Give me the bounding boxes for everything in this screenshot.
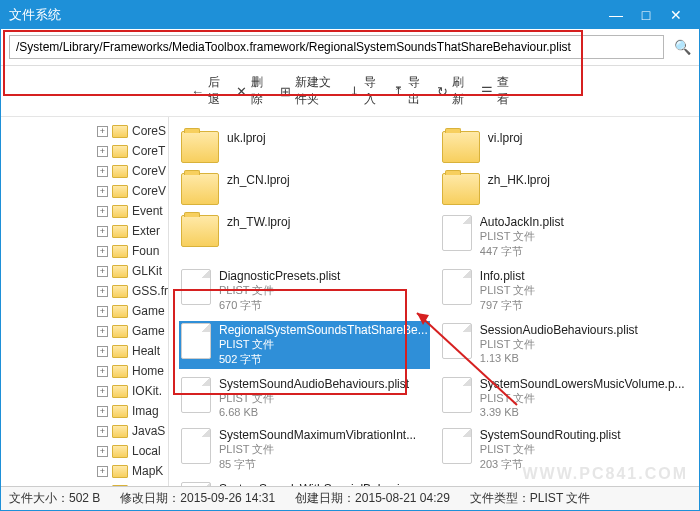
file-icon: [181, 377, 211, 413]
file-item[interactable]: SystemSoundsWithSpecialBehaviour...PLIST…: [179, 480, 430, 486]
expand-icon[interactable]: +: [97, 326, 108, 337]
file-icon: [181, 482, 211, 486]
view-button[interactable]: ☰查看: [481, 74, 509, 108]
tree-item[interactable]: +Healt: [1, 341, 168, 361]
path-bar: 🔍: [1, 29, 699, 66]
folder-icon: [112, 145, 128, 158]
item-name: DiagnosticPresets.plist: [219, 269, 428, 283]
newfolder-icon: ⊞: [280, 84, 291, 99]
expand-icon[interactable]: +: [97, 366, 108, 377]
tree-item-label: Home: [132, 364, 164, 378]
tree-item[interactable]: +CoreV: [1, 181, 168, 201]
tree-item-label: Game: [132, 324, 165, 338]
search-icon[interactable]: 🔍: [674, 39, 691, 55]
folder-item[interactable]: uk.lproj: [179, 129, 430, 165]
expand-icon[interactable]: +: [97, 126, 108, 137]
tree-item[interactable]: +Exter: [1, 221, 168, 241]
folder-icon: [112, 345, 128, 358]
folder-icon: [112, 365, 128, 378]
item-type: PLIST 文件: [480, 283, 687, 298]
file-item[interactable]: Info.plistPLIST 文件797 字节: [440, 267, 689, 315]
file-icon: [442, 377, 472, 413]
expand-icon[interactable]: +: [97, 286, 108, 297]
expand-icon[interactable]: +: [97, 166, 108, 177]
file-item[interactable]: AutoJackIn.plistPLIST 文件447 字节: [440, 213, 689, 261]
expand-icon[interactable]: +: [97, 466, 108, 477]
file-list: uk.lprojvi.lprojzh_CN.lprojzh_HK.lprojzh…: [169, 117, 699, 486]
tree-item[interactable]: +Game: [1, 321, 168, 341]
item-name: RegionalSystemSoundsThatShareBe...: [219, 323, 428, 337]
item-size: 6.68 KB: [219, 406, 428, 418]
tree-item[interactable]: +Imag: [1, 401, 168, 421]
tree-item[interactable]: +GLKit: [1, 261, 168, 281]
expand-icon[interactable]: +: [97, 246, 108, 257]
folder-item[interactable]: zh_HK.lproj: [440, 171, 689, 207]
file-item[interactable]: RegionalSystemSoundsThatShareBe...PLIST …: [179, 321, 430, 369]
item-name: uk.lproj: [227, 131, 428, 145]
expand-icon[interactable]: +: [97, 446, 108, 457]
tree-item[interactable]: +Game: [1, 301, 168, 321]
item-type: PLIST 文件: [480, 229, 687, 244]
folder-item[interactable]: zh_TW.lproj: [179, 213, 430, 261]
expand-icon[interactable]: +: [97, 226, 108, 237]
close-button[interactable]: ✕: [661, 7, 691, 23]
item-name: SystemSoundMaximumVibrationInt...: [219, 428, 428, 442]
file-item[interactable]: SystemSoundAudioBehaviours.plistPLIST 文件…: [179, 375, 430, 420]
expand-icon[interactable]: +: [97, 206, 108, 217]
delete-button[interactable]: ✕删除: [236, 74, 264, 108]
tree-item[interactable]: +CoreV: [1, 161, 168, 181]
item-size: 447 字节: [480, 244, 687, 259]
file-icon: [442, 269, 472, 305]
folder-tree[interactable]: +CoreS+CoreT+CoreV+CoreV+Event+Exter+Fou…: [1, 117, 169, 486]
file-icon: [442, 215, 472, 251]
back-icon: ←: [191, 84, 204, 99]
expand-icon[interactable]: +: [97, 386, 108, 397]
maximize-button[interactable]: □: [631, 7, 661, 23]
expand-icon[interactable]: +: [97, 186, 108, 197]
tree-item[interactable]: +GSS.fr: [1, 281, 168, 301]
tree-item-label: IOKit.: [132, 384, 162, 398]
toolbar: ←后退 ✕删除 ⊞新建文件夹 ⤓导入 ⤒导出 ↻刷新 ☰查看: [1, 66, 699, 117]
file-item[interactable]: SessionAudioBehaviours.plistPLIST 文件1.13…: [440, 321, 689, 369]
item-name: zh_HK.lproj: [488, 173, 687, 187]
expand-icon[interactable]: +: [97, 146, 108, 157]
file-icon: [442, 428, 472, 464]
watermark: WWW.PC841.COM: [522, 465, 688, 483]
tree-item[interactable]: +Foun: [1, 241, 168, 261]
path-input[interactable]: [9, 35, 664, 59]
tree-item[interactable]: +Local: [1, 441, 168, 461]
expand-icon[interactable]: +: [97, 406, 108, 417]
tree-item[interactable]: +JavaS: [1, 421, 168, 441]
import-button[interactable]: ⤓导入: [349, 74, 377, 108]
folder-item[interactable]: zh_CN.lproj: [179, 171, 430, 207]
item-name: SessionAudioBehaviours.plist: [480, 323, 687, 337]
tree-item[interactable]: +MapK: [1, 461, 168, 481]
tree-item-label: Healt: [132, 344, 160, 358]
tree-item[interactable]: +Event: [1, 201, 168, 221]
minimize-button[interactable]: —: [601, 7, 631, 23]
folder-item[interactable]: vi.lproj: [440, 129, 689, 165]
expand-icon[interactable]: +: [97, 266, 108, 277]
tree-item[interactable]: +IOKit.: [1, 381, 168, 401]
tree-item-label: Exter: [132, 224, 160, 238]
file-item[interactable]: SystemSoundLowersMusicVolume.p...PLIST 文…: [440, 375, 689, 420]
item-size: 1.13 KB: [480, 352, 687, 364]
item-type: PLIST 文件: [219, 283, 428, 298]
file-item[interactable]: DiagnosticPresets.plistPLIST 文件670 字节: [179, 267, 430, 315]
file-item[interactable]: SystemSoundMaximumVibrationInt...PLIST 文…: [179, 426, 430, 474]
export-button[interactable]: ⤒导出: [393, 74, 421, 108]
export-icon: ⤒: [393, 84, 404, 99]
expand-icon[interactable]: +: [97, 346, 108, 357]
expand-icon[interactable]: +: [97, 426, 108, 437]
tree-item-label: Game: [132, 304, 165, 318]
tree-item[interactable]: +CoreT: [1, 141, 168, 161]
import-icon: ⤓: [349, 84, 360, 99]
new-folder-button[interactable]: ⊞新建文件夹: [280, 74, 333, 108]
back-button[interactable]: ←后退: [191, 74, 220, 108]
tree-item[interactable]: +Home: [1, 361, 168, 381]
tree-item[interactable]: +CoreS: [1, 121, 168, 141]
refresh-button[interactable]: ↻刷新: [437, 74, 465, 108]
tree-item-label: Imag: [132, 404, 159, 418]
expand-icon[interactable]: +: [97, 306, 108, 317]
tree-item-label: GSS.fr: [132, 284, 168, 298]
